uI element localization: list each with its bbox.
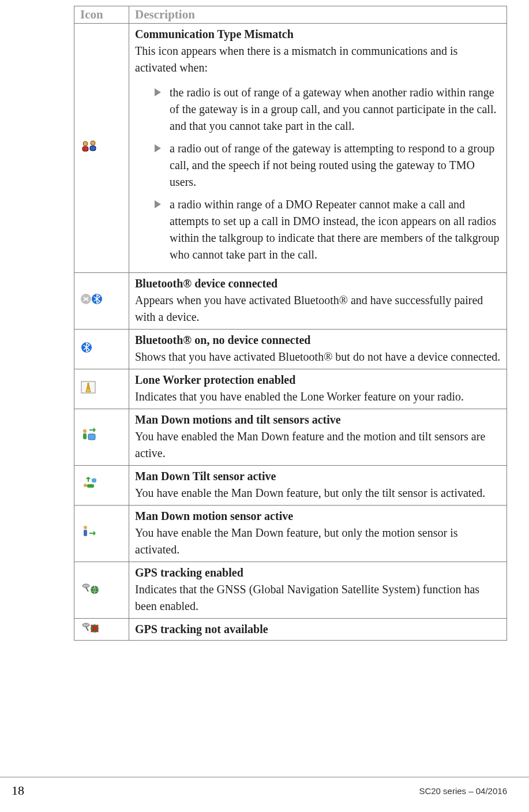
table-row: Man Down motion sensor active You have e… [74, 506, 507, 562]
svg-rect-18 [84, 530, 87, 536]
bullet-item: the radio is out of range of a gateway w… [155, 84, 501, 134]
footer-divider [0, 777, 529, 777]
lone-worker-icon [80, 380, 96, 397]
bullet-item: a radio out of range of the gateway is a… [155, 140, 501, 190]
svg-point-19 [82, 584, 89, 588]
page-number: 18 [12, 783, 24, 798]
gps-enabled-icon [80, 581, 100, 598]
bullet-item: a radio within range of a DMO Repeater c… [155, 196, 501, 263]
svg-point-11 [83, 429, 87, 433]
svg-rect-16 [92, 478, 96, 482]
table-row: Man Down Tilt sensor active You have ena… [74, 466, 507, 506]
row-title: Communication Type Mismatch [135, 28, 294, 40]
communication-mismatch-icon [80, 140, 100, 155]
table-row: Lone Worker protection enabled Indicates… [74, 369, 507, 409]
svg-line-24 [86, 627, 88, 631]
table-row: Bluetooth® on, no device connected Shows… [74, 330, 507, 369]
man-down-tilt-icon [80, 476, 97, 494]
svg-point-21 [91, 586, 99, 594]
col-header-icon: Icon [74, 6, 129, 24]
gps-unavailable-icon [80, 621, 100, 637]
table-row: GPS tracking enabled Indicates that the … [74, 562, 507, 619]
row-title: Bluetooth® device connected [135, 277, 277, 290]
svg-point-2 [91, 141, 95, 145]
row-body: You have enable the Man Down feature, bu… [135, 526, 458, 556]
row-title: Lone Worker protection enabled [135, 373, 295, 386]
icon-description-table: Icon Description [74, 6, 507, 641]
row-title: Man Down motions and tilt sensors active [135, 413, 341, 426]
svg-rect-3 [90, 146, 96, 151]
svg-point-17 [84, 526, 87, 529]
svg-rect-13 [88, 434, 95, 440]
table-row: GPS tracking not available [74, 619, 507, 641]
svg-rect-10 [88, 383, 89, 390]
man-down-both-icon [80, 428, 97, 446]
svg-line-20 [86, 588, 88, 592]
table-row: Bluetooth® device connected Appears when… [74, 273, 507, 330]
footer-product: SC20 series – 04/2016 [419, 786, 507, 796]
row-body: Appears when you have activated Bluetoot… [135, 294, 483, 323]
row-bullets: the radio is out of range of a gateway w… [135, 84, 501, 263]
row-body: Shows that you have activated Bluetooth®… [135, 350, 500, 363]
table-row: Communication Type Mismatch This icon ap… [74, 24, 507, 273]
svg-rect-15 [87, 484, 94, 488]
svg-point-0 [83, 141, 88, 146]
col-header-description: Description [129, 6, 507, 24]
row-title: GPS tracking not available [135, 623, 268, 635]
row-body: Indicates that the GNSS (Global Navigati… [135, 583, 479, 612]
row-title: Man Down motion sensor active [135, 510, 293, 522]
bluetooth-on-icon [80, 341, 93, 357]
row-title: GPS tracking enabled [135, 566, 243, 579]
man-down-motion-icon [80, 524, 97, 542]
row-title: Man Down Tilt sensor active [135, 470, 276, 482]
row-title: Bluetooth® on, no device connected [135, 334, 310, 346]
bluetooth-connected-icon [80, 293, 103, 308]
table-row: Man Down motions and tilt sensors active… [74, 409, 507, 466]
svg-point-23 [82, 623, 89, 627]
svg-rect-1 [82, 147, 88, 151]
svg-point-14 [84, 484, 87, 487]
row-body: This icon appears when there is a mismat… [135, 44, 457, 74]
row-body: You have enabled the Man Down feature an… [135, 430, 485, 459]
row-body: Indicates that you have enabled the Lone… [135, 390, 464, 403]
row-body: You have enable the Man Down feature, bu… [135, 487, 485, 499]
svg-rect-12 [83, 433, 87, 439]
